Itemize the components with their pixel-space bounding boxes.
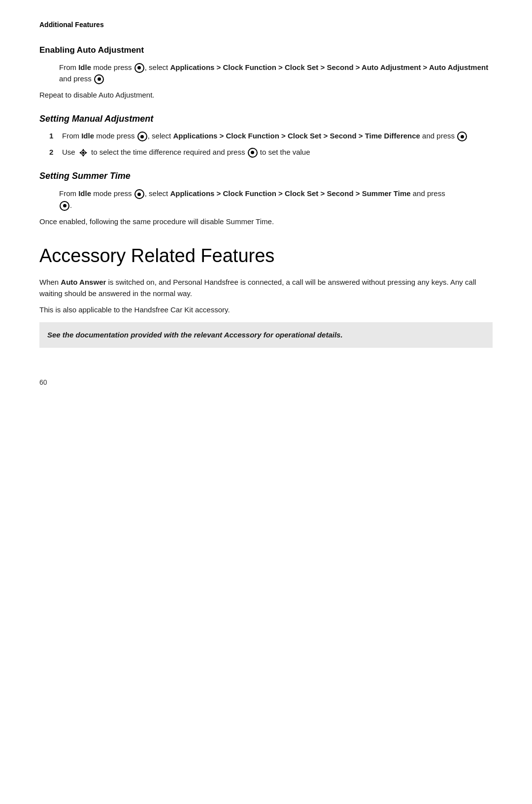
manual-item-2-content: Use to select the time difference requir… [62,147,493,158]
item-number-1: 1 [49,131,56,142]
ok-button-icon-5 [248,148,258,158]
summer-note: Once enabled, following the same procedu… [39,216,493,227]
svg-marker-2 [79,151,82,155]
enabling-repeat: Repeat to disable Auto Adjustment. [39,89,493,100]
manual-list: 1 From Idle mode press , select Applicat… [49,131,493,158]
summer-para: From Idle mode press , select Applicatio… [59,188,493,211]
enabling-body: From Idle mode press , select Applicatio… [59,62,493,85]
svg-point-4 [82,151,84,154]
chapter-title: Accessory Related Features [39,245,493,268]
notice-text: See the documentation provided with the … [47,329,485,340]
section-accessory: Accessory Related Features When Auto Ans… [39,245,493,348]
section-title-manual: Setting Manual Adjustment [39,112,493,126]
enabling-para: From Idle mode press , select Applicatio… [59,62,493,85]
section-summer-time: Setting Summer Time From Idle mode press… [39,169,493,227]
svg-marker-3 [84,151,87,155]
summer-body: From Idle mode press , select Applicatio… [59,188,493,211]
nav-icon [78,148,88,158]
section-title-enabling: Enabling Auto Adjustment [39,44,493,57]
manual-item-1: 1 From Idle mode press , select Applicat… [49,131,493,142]
ok-button-icon-2 [94,74,104,84]
ok-button-icon-7 [60,201,69,211]
page-number: 60 [39,377,493,388]
section-manual-adjustment: Setting Manual Adjustment 1 From Idle mo… [39,112,493,158]
manual-item-1-content: From Idle mode press , select Applicatio… [62,131,493,142]
ok-button-icon-3 [137,132,147,141]
ok-button-icon-6 [134,189,144,199]
ok-button-icon-1 [134,63,144,73]
accessory-para-2: This is also applicable to the Handsfree… [39,304,493,315]
section-enabling-auto-adjustment: Enabling Auto Adjustment From Idle mode … [39,44,493,100]
page-header: Additional Features [39,20,493,30]
accessory-para-1: When Auto Answer is switched on, and Per… [39,276,493,300]
section-title-summer: Setting Summer Time [39,169,493,183]
item-number-2: 2 [49,147,56,158]
manual-item-2: 2 Use to select the time difference requ… [49,147,493,158]
notice-box: See the documentation provided with the … [39,322,493,347]
ok-button-icon-4 [457,132,467,141]
